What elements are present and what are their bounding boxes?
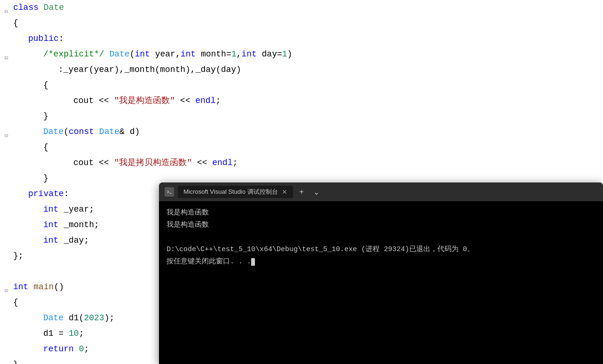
fold-icon-15 (5, 222, 12, 229)
fold-icon-12 (5, 175, 12, 182)
terminal-output-line-4: D:\code\C++\test_5_10\x64\Debug\test_5_1… (167, 244, 595, 256)
fold-icon-20 (5, 299, 12, 307)
terminal-output-line-3 (167, 231, 595, 244)
code-line-5: :_year(year),_month(month),_day(day) (5, 62, 603, 78)
fold-icon-18 (5, 268, 12, 276)
terminal-body[interactable]: 我是构造函数 我是构造函数 D:\code\C++\test_5_10\x64\… (159, 201, 603, 364)
fold-icon-14 (5, 206, 12, 214)
fold-icon-17 (5, 253, 12, 260)
terminal-window[interactable]: Microsoft Visual Studio 调试控制台 ✕ + ⌄ 我是构造… (159, 182, 603, 364)
fold-icon-6 (5, 82, 12, 89)
fold-icon-8 (5, 113, 12, 120)
terminal-output-line-2: 我是构造函数 (167, 219, 595, 231)
fold-icon-3 (5, 35, 12, 43)
terminal-new-tab-button[interactable]: + (297, 187, 307, 197)
terminal-app-icon (165, 187, 174, 197)
fold-icon-21 (5, 315, 12, 322)
code-line-8: } (5, 109, 603, 124)
terminal-chevron-button[interactable]: ⌄ (310, 187, 322, 198)
terminal-output-line-1: 我是构造函数 (167, 207, 595, 219)
fold-icon-7 (5, 97, 12, 105)
fold-icon-13 (5, 190, 12, 198)
fold-icon-22 (5, 330, 12, 338)
code-line-4: ⊟ /*explicit*/ Date(int year,int month=1… (5, 47, 603, 62)
fold-icon-24 (5, 361, 12, 364)
fold-icon-11 (5, 159, 12, 167)
code-line-7: cout << "我是构造函数" << endl; (5, 93, 603, 109)
terminal-titlebar: Microsoft Visual Studio 调试控制台 ✕ + ⌄ (159, 182, 603, 201)
code-line-9: ⊟ Date(const Date& d) (5, 124, 603, 140)
fold-icon-23 (5, 346, 12, 353)
fold-icon-10 (5, 144, 12, 151)
terminal-title: Microsoft Visual Studio 调试控制台 (183, 188, 278, 196)
kw-private: private (28, 186, 64, 202)
fold-icon-9[interactable]: ⊟ (5, 128, 12, 136)
terminal-cursor (251, 258, 255, 266)
fold-icon-2 (5, 20, 12, 27)
kw-class: class (13, 0, 44, 16)
kw-public: public (28, 31, 59, 47)
terminal-tab[interactable]: Microsoft Visual Studio 调试控制台 ✕ (178, 186, 293, 198)
terminal-output-line-5: 按任意键关闭此窗口. . . (167, 256, 595, 268)
code-line-10: { (5, 140, 603, 155)
fold-icon-1[interactable]: ⊟ (5, 4, 12, 12)
fold-icon-19[interactable]: ⊟ (5, 284, 12, 291)
code-line-11: cout << "我是拷贝构造函数" << endl; (5, 155, 603, 171)
fold-icon-4[interactable]: ⊟ (5, 51, 12, 58)
code-line-6: { (5, 78, 603, 93)
code-line-2: { (5, 16, 603, 31)
fold-icon-16 (5, 237, 12, 245)
fold-icon-5 (5, 66, 12, 74)
code-line-3: public: (5, 31, 603, 47)
class-name: Date (44, 0, 64, 16)
terminal-tab-close-button[interactable]: ✕ (282, 188, 287, 196)
code-line-1: ⊟ class Date (5, 0, 603, 16)
